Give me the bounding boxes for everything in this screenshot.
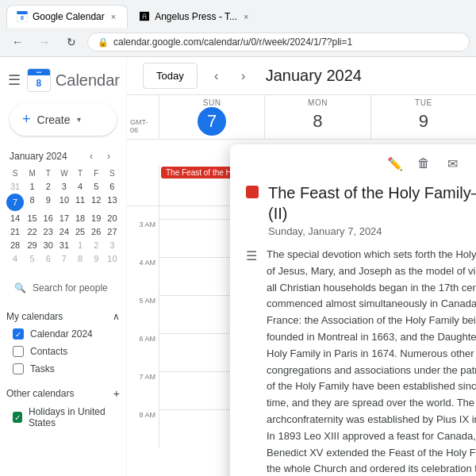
mini-day-feb8[interactable]: 8 — [72, 252, 87, 265]
mini-day-19[interactable]: 19 — [89, 212, 104, 225]
calendar-checkbox-contacts[interactable] — [13, 346, 24, 357]
mini-day-8[interactable]: 8 — [25, 194, 40, 211]
tab-google-calendar[interactable]: 8 Google Calendar × — [6, 5, 128, 28]
mini-day-17[interactable]: 17 — [56, 212, 71, 225]
svg-text:8: 8 — [21, 15, 24, 21]
mini-day-31[interactable]: 31 — [6, 180, 24, 193]
calendar-item-tasks[interactable]: Tasks — [0, 360, 126, 378]
tab-close-calendar[interactable]: × — [109, 10, 117, 23]
description-icon: ☰ — [246, 248, 257, 476]
tab-favicon-calendar: 8 — [17, 11, 28, 22]
mini-day-5[interactable]: 5 — [89, 180, 104, 193]
mini-day-21[interactable]: 21 — [6, 225, 24, 238]
calendar-checkbox-tasks[interactable] — [13, 363, 24, 374]
create-button[interactable]: + Create ▾ — [10, 103, 117, 136]
modal-description-section: ☰ The special devotion which sets forth … — [246, 247, 476, 476]
mini-day-feb5[interactable]: 5 — [25, 252, 40, 265]
mini-day-30[interactable]: 30 — [40, 239, 56, 251]
event-color-indicator — [246, 186, 259, 198]
mini-day-9[interactable]: 9 — [40, 194, 56, 211]
modal-toolbar: ✏️ 🗑 ✉ ⋮ ✕ — [230, 144, 476, 182]
back-button[interactable]: ← — [6, 31, 29, 53]
mini-day-12[interactable]: 12 — [89, 194, 104, 211]
mini-day-3[interactable]: 3 — [56, 180, 71, 193]
mini-day-header-m: M — [25, 167, 40, 179]
mini-day-header-f: F — [89, 167, 104, 179]
mini-day-4[interactable]: 4 — [72, 180, 87, 193]
tab-close-angelus[interactable]: × — [242, 10, 250, 23]
address-bar[interactable]: 🔒 calendar.google.com/calendar/u/0/r/wee… — [87, 33, 470, 52]
tab-angelus[interactable]: 🅰 Angelus Press - T... × — [129, 6, 259, 28]
forward-button[interactable]: → — [33, 31, 56, 53]
mini-day-15[interactable]: 15 — [25, 212, 40, 225]
mini-day-31b[interactable]: 31 — [56, 239, 71, 251]
mini-day-14[interactable]: 14 — [6, 212, 24, 225]
mini-day-header-w: W — [56, 167, 71, 179]
mini-day-24[interactable]: 24 — [56, 225, 71, 238]
mini-day-25[interactable]: 25 — [72, 225, 87, 238]
mini-day-7[interactable]: 7 — [6, 194, 24, 211]
other-calendars-header[interactable]: Other calendars + — [0, 384, 126, 403]
mini-day-20[interactable]: 20 — [105, 212, 120, 225]
search-people-label: Search for people — [33, 282, 108, 294]
calendar-item-2024[interactable]: ✓ Calendar 2024 — [0, 325, 126, 343]
delete-event-button[interactable]: 🗑 — [411, 151, 436, 176]
mini-prev-button[interactable]: ‹ — [83, 148, 99, 164]
tab-bar: 8 Google Calendar × 🅰 Angelus Press - T.… — [0, 0, 476, 28]
modal-overlay: ✏️ 🗑 ✉ ⋮ ✕ — [127, 57, 476, 476]
mini-day-feb4[interactable]: 4 — [6, 252, 24, 265]
mini-day-29[interactable]: 29 — [25, 239, 40, 251]
mini-day-feb2[interactable]: 2 — [89, 239, 104, 251]
calendar-item-contacts[interactable]: Contacts — [0, 343, 126, 360]
modal-event-header: The Feast of the Holy Family–W (II) Sund… — [246, 182, 476, 237]
mini-day-22[interactable]: 22 — [25, 225, 40, 238]
edit-icon: ✏️ — [387, 156, 403, 171]
mini-next-button[interactable]: › — [101, 148, 117, 164]
mini-day-1[interactable]: 1 — [25, 180, 40, 193]
mini-day-26[interactable]: 26 — [89, 225, 104, 238]
mini-day-13[interactable]: 13 — [105, 194, 120, 211]
mini-day-feb3[interactable]: 3 — [105, 239, 120, 251]
mini-day-2[interactable]: 2 — [40, 180, 56, 193]
mini-day-6[interactable]: 6 — [105, 180, 120, 193]
mini-cal-nav: ‹ › — [83, 148, 117, 164]
mini-day-18[interactable]: 18 — [72, 212, 87, 225]
mini-day-16[interactable]: 16 — [40, 212, 56, 225]
delete-icon: 🗑 — [417, 156, 430, 171]
nav-bar: ← → ↻ 🔒 calendar.google.com/calendar/u/0… — [0, 28, 476, 56]
cal-icon: ▪▪▪ 8 — [27, 68, 51, 92]
lock-icon: 🔒 — [98, 37, 109, 48]
hamburger-menu[interactable]: ☰ — [6, 69, 22, 91]
edit-event-button[interactable]: ✏️ — [382, 151, 408, 176]
email-event-button[interactable]: ✉ — [440, 151, 465, 176]
address-text: calendar.google.com/calendar/u/0/r/week/… — [113, 36, 352, 48]
mini-day-feb6[interactable]: 6 — [40, 252, 56, 265]
more-options-button[interactable]: ⋮ — [468, 151, 476, 176]
mini-day-feb7[interactable]: 7 — [56, 252, 71, 265]
mini-day-27[interactable]: 27 — [105, 225, 120, 238]
app-name: Calendar — [56, 71, 120, 90]
mini-day-feb1[interactable]: 1 — [72, 239, 87, 251]
app-container: ☰ ▪▪▪ 8 Calendar + Create ▾ January 2024… — [0, 57, 476, 476]
tab-title-angelus: Angelus Press - T... — [155, 11, 237, 22]
mini-day-10[interactable]: 10 — [56, 194, 71, 211]
mini-day-feb10[interactable]: 10 — [105, 252, 120, 265]
calendar-checkbox-2024[interactable]: ✓ — [13, 328, 24, 340]
search-people-button[interactable]: 🔍 Search for people — [6, 278, 120, 298]
event-detail-modal: ✏️ 🗑 ✉ ⋮ ✕ — [230, 144, 476, 476]
calendar-label-contacts: Contacts — [30, 346, 67, 357]
modal-body: The Feast of the Holy Family–W (II) Sund… — [230, 182, 476, 476]
mini-day-11[interactable]: 11 — [72, 194, 87, 211]
modal-event-info: The Feast of the Holy Family–W (II) Sund… — [268, 182, 476, 237]
mini-day-28[interactable]: 28 — [6, 239, 24, 251]
reload-button[interactable]: ↻ — [60, 31, 83, 53]
mini-day-feb9[interactable]: 9 — [89, 252, 104, 265]
other-calendars-title: Other calendars — [6, 388, 74, 399]
mini-day-23[interactable]: 23 — [40, 225, 56, 238]
calendar-checkbox-holidays[interactable]: ✓ — [13, 412, 22, 423]
modal-description-text: The special devotion which sets forth th… — [267, 247, 476, 476]
mini-cal-title: January 2024 — [10, 151, 67, 162]
calendar-item-holidays[interactable]: ✓ Holidays in United States — [0, 403, 126, 432]
my-calendars-header[interactable]: My calendars ∧ — [0, 308, 126, 325]
add-other-calendar-icon[interactable]: + — [113, 387, 120, 400]
